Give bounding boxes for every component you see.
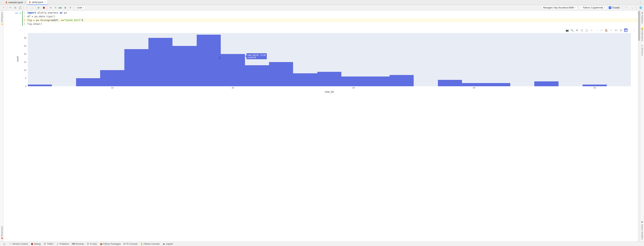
spike-icon[interactable]: ⸡	[610, 28, 613, 32]
run-all-button[interactable]: ▶▶	[58, 5, 63, 10]
lasso-icon[interactable]: ◯	[585, 28, 588, 32]
code-text[interactable]: df = px.data.tips()	[26, 15, 55, 18]
histogram-bar[interactable]	[462, 83, 486, 86]
trusted-indicator[interactable]: ✓ Trusted	[608, 6, 620, 9]
delete-button[interactable]: 🗑	[63, 5, 68, 10]
close-icon[interactable]: ×	[24, 1, 26, 4]
status-todo[interactable]: ☰TODO	[42, 243, 55, 245]
status-problems[interactable]: ⚠Problems	[55, 243, 71, 245]
x-tick: 10	[111, 87, 113, 89]
plotly-logo-icon[interactable]: ▮▮	[624, 28, 628, 32]
cut-button[interactable]: ✂	[8, 5, 12, 10]
close-icon[interactable]: ×	[44, 1, 46, 3]
jupyter-icon	[5, 1, 8, 3]
histogram-bar[interactable]	[269, 62, 293, 86]
tab-label: example.ipynb	[8, 1, 23, 4]
code-line[interactable]: 4fig.show()	[23, 22, 640, 26]
histogram-bar[interactable]	[172, 46, 196, 86]
code-line[interactable]: 2df = px.data.tips()	[23, 15, 640, 18]
histogram-bar[interactable]	[438, 80, 462, 86]
status-version-control[interactable]: ᛘVersion Control	[8, 243, 29, 245]
histogram-bar[interactable]	[317, 72, 341, 86]
histogram-bar[interactable]	[28, 85, 52, 86]
histogram-bar[interactable]	[148, 38, 172, 86]
line-number: 3	[23, 18, 26, 22]
code-line[interactable]: 1import plotly.express as px	[23, 11, 640, 15]
status-python-packages[interactable]: 📦Python Packages	[98, 243, 122, 245]
restart-button[interactable]: ↻	[53, 5, 58, 10]
database-tool[interactable]: 🗄 Database	[641, 12, 644, 24]
status-jupyter[interactable]: ◉Jupyter	[161, 243, 174, 245]
zoom-in-icon[interactable]: ＋	[590, 28, 593, 32]
status-terminal[interactable]: ⌨Terminal	[71, 243, 85, 245]
jupyter-server-select[interactable]: Managed: http://localhost:8888 ▾	[542, 6, 578, 10]
browser-button[interactable]: 🌐	[638, 5, 643, 10]
histogram-bar[interactable]	[124, 49, 148, 86]
status-square-icon[interactable]: ▢	[2, 243, 7, 245]
code-text[interactable]: fig.show()	[26, 22, 42, 26]
branch-icon: ᛘ	[9, 243, 12, 245]
pan-icon[interactable]: ✥	[575, 28, 578, 32]
database-icon: 🗄	[641, 12, 644, 14]
output-collapse[interactable]: ⌄	[4, 27, 22, 93]
zoom-icon[interactable]: 🔍	[570, 28, 574, 32]
zoom-out-icon[interactable]: －	[595, 28, 598, 32]
tab-plotly[interactable]: plotly.ipynb ×	[27, 0, 47, 5]
status-python-console[interactable]: 🐍Python Console	[139, 243, 161, 245]
autoscale-icon[interactable]: ⤢	[600, 28, 603, 32]
hover-compare-icon[interactable]: ☰	[619, 28, 622, 32]
move-up-button[interactable]: ↑	[25, 5, 29, 10]
histogram-bar[interactable]	[390, 75, 414, 86]
vertical-scrollbar[interactable]	[638, 10, 640, 242]
status-debug[interactable]: 🐞Debug	[29, 243, 42, 245]
cell-type-select[interactable]: Code ▾	[75, 6, 86, 10]
cell-body[interactable]: 1import plotly.express as px2df = px.dat…	[22, 11, 640, 26]
code-cell[interactable]: In 2 1import plotly.express as px2df = p…	[4, 11, 640, 26]
notifications-tool[interactable]: 🔔 Notifications	[641, 27, 644, 41]
kernel-select[interactable]: ○ Python 3 (ipykernel) ▾	[579, 6, 607, 10]
code-line[interactable]: 3fig = px.histogram(df, x="total_bill")	[23, 18, 640, 22]
status-r-jobs[interactable]: RR Jobs	[85, 243, 98, 245]
histogram-bar[interactable]	[221, 54, 245, 86]
tabs-more-icon[interactable]: ⋮	[637, 0, 644, 4]
code-text[interactable]: import plotly.express as px	[26, 11, 67, 15]
copy-button[interactable]: ⧉	[13, 5, 18, 10]
histogram-bar[interactable]	[76, 78, 100, 86]
expand-down-button[interactable]: ⌄	[630, 5, 634, 10]
histogram-chart[interactable]: count 051015202530 total_bill=20 - 21.99…	[28, 33, 631, 93]
bookmarks-tool[interactable]: 🔖 Bookmarks	[0, 226, 3, 240]
chart-bars[interactable]	[28, 33, 631, 86]
histogram-bar[interactable]	[197, 35, 221, 86]
structure-tool[interactable]: ⌬ Structure	[641, 45, 644, 56]
debug-cell-button[interactable]: 🐞	[42, 5, 46, 10]
histogram-bar[interactable]	[245, 65, 269, 86]
histogram-bar[interactable]	[534, 81, 558, 86]
move-down-button[interactable]: ↓	[30, 5, 34, 10]
scrollbar-thumb[interactable]	[638, 11, 640, 41]
structure-icon: ⌬	[641, 45, 644, 47]
histogram-bar[interactable]	[582, 85, 606, 86]
tab-example[interactable]: example.ipynb ×	[4, 0, 27, 5]
camera-icon[interactable]: 📷	[566, 28, 569, 32]
histogram-bar[interactable]	[100, 70, 124, 86]
box-select-icon[interactable]: ◫	[580, 28, 584, 32]
histogram-bar[interactable]	[341, 77, 366, 86]
jupyter-variables-tool[interactable]: ◉ Jupyter Variables	[641, 221, 644, 240]
histogram-bar[interactable]	[486, 83, 510, 86]
output-more-icon[interactable]: ⋮	[633, 28, 636, 32]
hover-closest-icon[interactable]: 🏷	[614, 28, 618, 32]
code-text[interactable]: fig = px.histogram(df, x="total_bill")	[26, 18, 83, 22]
reset-icon[interactable]: 🏠	[604, 28, 608, 32]
workspace-tool[interactable]: 📁 Workspace	[0, 12, 3, 25]
paste-button[interactable]: 📋	[18, 5, 22, 10]
chevron-down-icon: ⌄	[19, 29, 21, 31]
status-r-console[interactable]: R>R Console	[122, 243, 139, 245]
run-cell-button[interactable]: ▶I	[37, 5, 41, 10]
term-icon: ⌨	[72, 243, 74, 245]
collapse-up-button[interactable]: ⌃	[624, 5, 629, 10]
stop-button[interactable]: ■	[48, 5, 53, 10]
close-x-button[interactable]: ✕	[68, 5, 72, 10]
histogram-bar[interactable]	[293, 73, 317, 86]
add-cell-button[interactable]: ＋	[1, 5, 6, 10]
histogram-bar[interactable]	[366, 77, 390, 86]
